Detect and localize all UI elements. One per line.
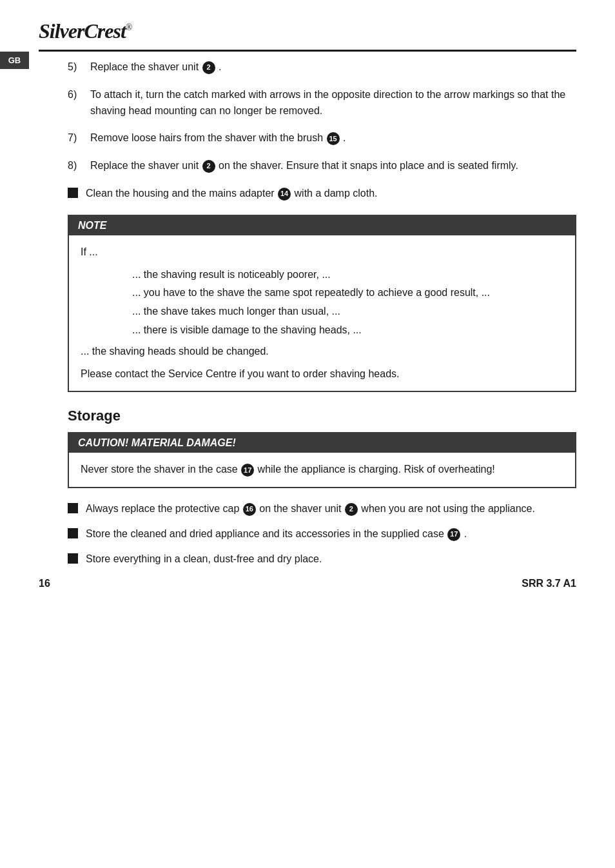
list-item-8: 8) Replace the shaver unit 2 on the shav… — [68, 158, 576, 174]
icon-15: 15 — [327, 132, 340, 145]
bullet-square-place — [68, 553, 78, 564]
bullet-cap-after: when you are not using the appliance. — [361, 503, 535, 514]
list-item-6: 6) To attach it, turn the catch marked w… — [68, 87, 576, 119]
caution-text-before: Never store the shaver in the case — [81, 464, 238, 475]
icon-2c: 2 — [345, 503, 358, 516]
item-5-text: Replace the shaver unit 2 . — [90, 59, 576, 75]
note-indented-1: ... the shaving result is noticeably poo… — [81, 267, 563, 283]
bullet-housing-before: Clean the housing and the mains adapter — [86, 188, 275, 199]
logo: SilverCrest® — [39, 19, 132, 43]
footer-page-number: 16 — [39, 578, 50, 589]
icon-17a: 17 — [241, 464, 254, 477]
icon-16: 16 — [243, 503, 256, 516]
note-contact: Please contact the Service Centre if you… — [81, 366, 563, 382]
caution-content: Never store the shaver in the case 17 wh… — [69, 453, 575, 487]
bullet-square-cleaned — [68, 528, 78, 538]
bullet-housing-text: Clean the housing and the mains adapter … — [86, 186, 576, 202]
bullet-housing-after: a damp cloth. — [315, 188, 377, 199]
item-7-text-after: . — [343, 132, 346, 143]
icon-2b: 2 — [202, 160, 215, 173]
icon-14: 14 — [278, 188, 291, 201]
note-shaving-heads: ... the shaving heads should be changed. — [81, 344, 563, 360]
bullet-square-housing — [68, 188, 78, 198]
item-5-text-after: . — [219, 61, 221, 72]
content-area: 5) Replace the shaver unit 2 . 6) To att… — [39, 59, 576, 567]
item-5-number: 5) — [68, 59, 90, 75]
note-indented-2: ... you have to the shave the same spot … — [81, 285, 563, 301]
note-if-line: If ... — [81, 244, 563, 261]
bullet-place-text: Store everything in a clean, dust-free a… — [86, 551, 576, 567]
logo-text: SilverCrest — [39, 19, 126, 43]
bullet-store-cleaned: Store the cleaned and dried appliance an… — [68, 526, 576, 542]
bullet-cap-before: Always replace the protective cap — [86, 503, 239, 514]
bullet-cap-middle: on the shaver unit — [259, 503, 341, 514]
gb-badge: GB — [0, 52, 29, 69]
bullet-cleaned-before: Store the cleaned and dried appliance an… — [86, 528, 444, 539]
icon-2a: 2 — [202, 61, 215, 74]
item-8-text-after: on the shaver. Ensure that it snaps into… — [219, 160, 518, 171]
header: SilverCrest® — [39, 19, 576, 52]
item-7-text: Remove loose hairs from the shaver with … — [90, 130, 576, 146]
item-6-number: 6) — [68, 87, 90, 119]
caution-box: CAUTION! MATERIAL DAMAGE! Never store th… — [68, 432, 576, 488]
item-8-text: Replace the shaver unit 2 on the shaver.… — [90, 158, 576, 174]
caution-header: CAUTION! MATERIAL DAMAGE! — [69, 433, 575, 453]
item-5-text-before: Replace the shaver unit — [90, 61, 199, 72]
note-indented-3: ... the shave takes much longer than usu… — [81, 304, 563, 320]
bullet-protective-cap: Always replace the protective cap 16 on … — [68, 501, 576, 517]
caution-text-after: while the appliance is charging. Risk of… — [258, 464, 495, 475]
bullet-housing: Clean the housing and the mains adapter … — [68, 186, 576, 202]
note-indented-4: ... there is visible damage to the shavi… — [81, 322, 563, 339]
bullet-square-cap — [68, 503, 78, 513]
bullet-cleaned-after: . — [464, 528, 467, 539]
icon-17b: 17 — [447, 528, 460, 541]
bullet-cleaned-text: Store the cleaned and dried appliance an… — [86, 526, 576, 542]
item-8-text-before: Replace the shaver unit — [90, 160, 199, 171]
item-8-number: 8) — [68, 158, 90, 174]
item-7-text-before: Remove loose hairs from the shaver with … — [90, 132, 323, 143]
storage-title: Storage — [68, 408, 576, 424]
bullet-housing-with: with — [295, 188, 313, 199]
bullet-cap-text: Always replace the protective cap 16 on … — [86, 501, 576, 517]
footer-model: SRR 3.7 A1 — [522, 578, 576, 589]
bullet-store-clean-place: Store everything in a clean, dust-free a… — [68, 551, 576, 567]
note-content: If ... ... the shaving result is noticea… — [69, 235, 575, 391]
list-item-7: 7) Remove loose hairs from the shaver wi… — [68, 130, 576, 146]
note-box: NOTE If ... ... the shaving result is no… — [68, 215, 576, 393]
item-6-text: To attach it, turn the catch marked with… — [90, 87, 576, 119]
item-7-number: 7) — [68, 130, 90, 146]
list-item-5: 5) Replace the shaver unit 2 . — [68, 59, 576, 75]
footer: 16 SRR 3.7 A1 — [39, 578, 576, 589]
page-wrapper: SilverCrest® GB 5) Replace the shaver un… — [0, 0, 615, 602]
trademark: ® — [126, 23, 132, 32]
note-header: NOTE — [69, 216, 575, 235]
